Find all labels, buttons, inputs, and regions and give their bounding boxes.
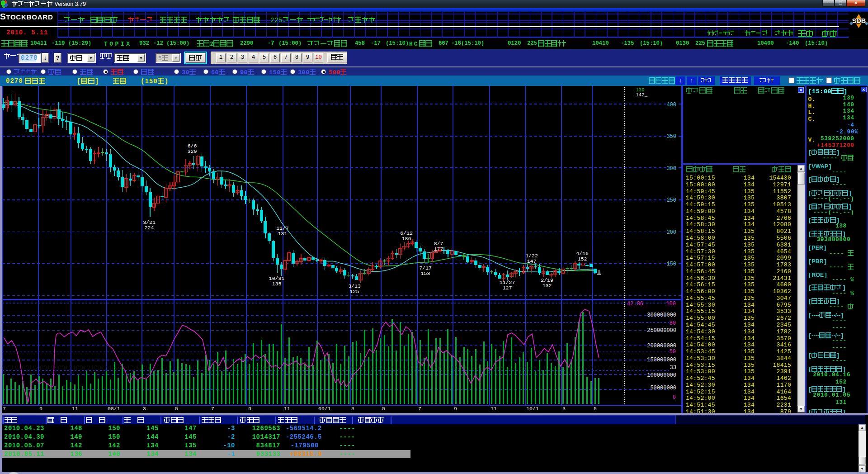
svg-text:11: 11 [491, 406, 497, 412]
svg-text:09/1: 09/1 [318, 406, 331, 412]
svg-text:5: 5 [382, 406, 385, 412]
svg-text:100: 100 [666, 301, 676, 307]
svg-text:200: 200 [666, 229, 676, 236]
svg-text:5: 5 [175, 406, 178, 412]
svg-text:177: 177 [434, 246, 443, 252]
svg-text:127: 127 [503, 285, 512, 291]
svg-text:3: 3 [143, 406, 146, 412]
svg-text:5: 5 [594, 406, 597, 412]
svg-text:186: 186 [402, 236, 411, 242]
svg-text:7: 7 [3, 406, 6, 412]
svg-text:135: 135 [272, 281, 282, 287]
svg-text:320: 320 [188, 148, 197, 154]
svg-text:42.86_: 42.86_ [627, 301, 647, 307]
svg-text:50000000: 50000000 [650, 385, 676, 391]
svg-text:153: 153 [421, 270, 430, 276]
svg-text:80: 80 [670, 320, 676, 327]
svg-text:250000000: 250000000 [647, 327, 676, 334]
svg-text:400: 400 [666, 102, 676, 108]
svg-text:9: 9 [454, 406, 457, 412]
svg-text:147: 147 [527, 258, 537, 264]
svg-text:0: 0 [673, 394, 676, 401]
svg-text:7: 7 [418, 406, 421, 412]
svg-text:100000000: 100000000 [647, 372, 676, 379]
svg-text:142_: 142_ [636, 92, 648, 98]
svg-text:152: 152 [578, 256, 587, 262]
svg-text:150000000: 150000000 [647, 357, 676, 363]
svg-text:9: 9 [248, 406, 251, 412]
svg-text:3: 3 [562, 406, 566, 412]
svg-text:3: 3 [351, 406, 354, 412]
svg-text:9: 9 [39, 406, 42, 412]
svg-text:132: 132 [542, 283, 552, 289]
svg-text:33: 33 [670, 365, 676, 371]
svg-text:7: 7 [211, 406, 214, 412]
svg-text:200000000: 200000000 [647, 343, 676, 349]
svg-text:11: 11 [72, 406, 78, 412]
svg-text:300000000: 300000000 [647, 312, 676, 318]
svg-text:131: 131 [278, 231, 288, 237]
svg-text:10/1: 10/1 [526, 406, 539, 412]
svg-text:250: 250 [666, 197, 676, 204]
svg-text:350: 350 [666, 133, 676, 140]
svg-text:150: 150 [666, 261, 676, 267]
svg-text:125: 125 [350, 289, 359, 294]
svg-text:11: 11 [284, 406, 290, 412]
svg-text:224: 224 [145, 225, 154, 231]
svg-text:300: 300 [666, 166, 676, 172]
svg-text:50: 50 [670, 349, 676, 355]
svg-text:08/1: 08/1 [108, 406, 120, 412]
